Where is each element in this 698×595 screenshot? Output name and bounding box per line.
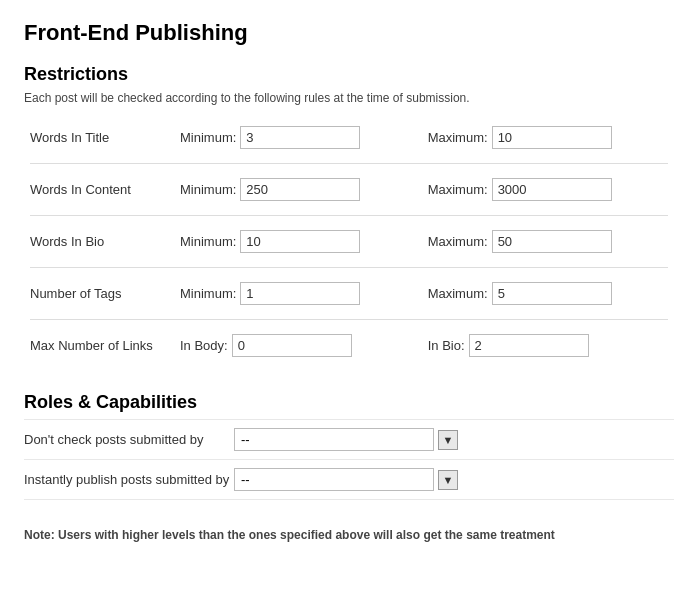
select-arrow-icon[interactable]: ▼ bbox=[438, 470, 458, 490]
max-label: Maximum: bbox=[428, 234, 488, 249]
row-label: Words In Bio bbox=[24, 223, 174, 260]
min-label: Minimum: bbox=[180, 286, 236, 301]
max-input[interactable] bbox=[469, 334, 589, 357]
max-input[interactable] bbox=[492, 282, 612, 305]
restrictions-section: Restrictions Each post will be checked a… bbox=[24, 64, 674, 364]
max-label: Maximum: bbox=[428, 182, 488, 197]
page-title: Front-End Publishing bbox=[24, 20, 674, 46]
roles-select-wrap: -- ▼ bbox=[234, 428, 458, 451]
max-field-group: Maximum: bbox=[428, 230, 668, 253]
roles-row: Don't check posts submitted by -- ▼ bbox=[24, 419, 674, 460]
restriction-row: Max Number of Links In Body: In Bio: bbox=[24, 327, 674, 364]
restrictions-heading: Restrictions bbox=[24, 64, 674, 85]
roles-heading: Roles & Capabilities bbox=[24, 392, 674, 413]
max-input[interactable] bbox=[492, 230, 612, 253]
min-input[interactable] bbox=[240, 282, 360, 305]
min-field-group: Minimum: bbox=[180, 282, 416, 305]
min-input[interactable] bbox=[232, 334, 352, 357]
row-label: Number of Tags bbox=[24, 275, 174, 312]
note-prefix: Note: bbox=[24, 528, 55, 542]
max-label: In Bio: bbox=[428, 338, 465, 353]
restriction-row: Words In Title Minimum: Maximum: bbox=[24, 119, 674, 156]
max-label: Maximum: bbox=[428, 130, 488, 145]
max-label: Maximum: bbox=[428, 286, 488, 301]
min-field-group: Minimum: bbox=[180, 126, 416, 149]
row-label: Words In Content bbox=[24, 171, 174, 208]
note: Note: Users with higher levels than the … bbox=[24, 528, 674, 542]
roles-select[interactable]: -- bbox=[234, 468, 434, 491]
max-input[interactable] bbox=[492, 126, 612, 149]
roles-select[interactable]: -- bbox=[234, 428, 434, 451]
restrictions-table: Words In Title Minimum: Maximum: Words I… bbox=[24, 119, 674, 364]
min-input[interactable] bbox=[240, 178, 360, 201]
restrictions-subtitle: Each post will be checked according to t… bbox=[24, 91, 674, 105]
min-field-group: In Body: bbox=[180, 334, 416, 357]
restriction-row: Words In Bio Minimum: Maximum: bbox=[24, 223, 674, 260]
max-field-group: In Bio: bbox=[428, 334, 668, 357]
note-text: Users with higher levels than the ones s… bbox=[58, 528, 555, 542]
roles-select-wrap: -- ▼ bbox=[234, 468, 458, 491]
min-input[interactable] bbox=[240, 126, 360, 149]
min-field-group: Minimum: bbox=[180, 178, 416, 201]
min-field-group: Minimum: bbox=[180, 230, 416, 253]
roles-section: Roles & Capabilities Don't check posts s… bbox=[24, 392, 674, 500]
min-label: Minimum: bbox=[180, 234, 236, 249]
row-label: Words In Title bbox=[24, 119, 174, 156]
min-input[interactable] bbox=[240, 230, 360, 253]
select-arrow-icon[interactable]: ▼ bbox=[438, 430, 458, 450]
max-field-group: Maximum: bbox=[428, 126, 668, 149]
row-label: Max Number of Links bbox=[24, 327, 174, 364]
restriction-row: Number of Tags Minimum: Maximum: bbox=[24, 275, 674, 312]
max-field-group: Maximum: bbox=[428, 282, 668, 305]
roles-row-label: Don't check posts submitted by bbox=[24, 432, 234, 447]
roles-row-label: Instantly publish posts submitted by bbox=[24, 472, 234, 487]
restriction-row: Words In Content Minimum: Maximum: bbox=[24, 171, 674, 208]
max-field-group: Maximum: bbox=[428, 178, 668, 201]
max-input[interactable] bbox=[492, 178, 612, 201]
min-label: Minimum: bbox=[180, 182, 236, 197]
min-label: In Body: bbox=[180, 338, 228, 353]
roles-row: Instantly publish posts submitted by -- … bbox=[24, 460, 674, 500]
min-label: Minimum: bbox=[180, 130, 236, 145]
